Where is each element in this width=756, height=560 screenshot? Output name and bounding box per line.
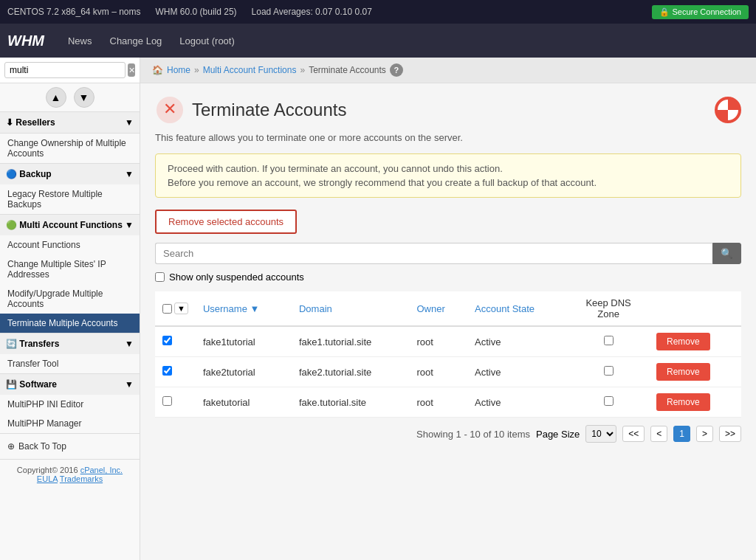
page-size-select[interactable]: 10 25 50 (585, 425, 616, 443)
sidebar-section-ownership: Change Ownership of Multiple Accounts (0, 134, 140, 164)
row-username: faketutorial (196, 387, 292, 418)
th-checkbox: ▼ (155, 291, 196, 326)
row-action-cell: Remove (649, 326, 741, 357)
th-domain: Domain (292, 291, 410, 326)
page-size-label: Page Size (536, 429, 580, 440)
nav-changelog[interactable]: Change Log (101, 25, 171, 57)
sidebar-multi-account-header[interactable]: 🟢 Multi Account Functions ▼ (0, 215, 140, 235)
layout: ✕ ▲ ▼ ⬇ Resellers ▼ Change Ownership of … (0, 58, 756, 560)
pager-page-1[interactable]: 1 (673, 426, 690, 442)
row-dns-checkbox[interactable] (604, 336, 614, 345)
sidebar-item-legacy-restore[interactable]: Legacy Restore Multiple Backups (0, 184, 140, 214)
sidebar-down-arrow[interactable]: ▼ (74, 87, 94, 108)
row-remove-button[interactable]: Remove (656, 393, 710, 411)
row-dns-checkbox[interactable] (604, 396, 614, 406)
sidebar-footer: Copyright© 2016 cPanel, Inc. EULA Tradem… (0, 460, 140, 489)
sidebar-section-software: 💾 Software ▼ MultiPHP INI Editor MultiPH… (0, 374, 140, 434)
th-username[interactable]: Username ▼ (196, 291, 292, 326)
suspended-checkbox[interactable] (155, 272, 165, 282)
server-info: CENTOS 7.2 x86_64 kvm – noms WHM 60.0 (b… (7, 7, 372, 17)
row-checkbox[interactable] (162, 396, 172, 406)
row-checkbox-cell (155, 357, 196, 387)
sidebar-search-bar: ✕ (0, 58, 140, 83)
table-header-row: ▼ Username ▼ Domain Owner Account State … (155, 291, 741, 326)
pager-next[interactable]: > (696, 426, 713, 442)
pager-prev[interactable]: < (650, 426, 667, 442)
select-dropdown-btn[interactable]: ▼ (174, 303, 188, 314)
sidebar-back-to-top[interactable]: ⊕ Back To Top (7, 438, 132, 454)
row-checkbox[interactable] (162, 366, 172, 376)
suspended-check-row: Show only suspended accounts (155, 272, 741, 283)
sidebar-search-input[interactable] (4, 62, 126, 78)
navbar: WHM News Change Log Logout (root) (0, 24, 756, 58)
row-owner: root (409, 387, 467, 418)
sidebar-search-clear[interactable]: ✕ (128, 63, 135, 77)
sidebar-item-change-sites-ip[interactable]: Change Multiple Sites' IP Addresses (0, 255, 140, 284)
row-checkbox-cell (155, 387, 196, 418)
sidebar-transfers-header[interactable]: 🔄 Transfers ▼ (0, 333, 140, 354)
nav-news[interactable]: News (59, 25, 101, 57)
secure-connection-badge: 🔒 Secure Connection (652, 5, 749, 19)
sidebar-item-multiphp-ini[interactable]: MultiPHP INI Editor (0, 395, 140, 414)
pager-first[interactable]: << (622, 426, 645, 442)
sidebar-resellers-header[interactable]: ⬇ Resellers ▼ (0, 112, 140, 133)
row-username: fake1tutorial (196, 326, 292, 357)
accounts-tbody: fake1tutorial fake1.tutorial.site root A… (155, 326, 741, 418)
row-owner: root (409, 357, 467, 387)
row-state: Active (467, 326, 568, 357)
suspended-label: Show only suspended accounts (169, 272, 304, 283)
sidebar-backup-header[interactable]: 🔵 Backup ▼ (0, 164, 140, 184)
whm-version: WHM 60.0 (build 25) (156, 7, 237, 17)
svg-text:✕: ✕ (163, 100, 176, 118)
row-remove-button[interactable]: Remove (656, 333, 710, 350)
row-dns-checkbox[interactable] (604, 366, 614, 376)
sidebar-up-arrow[interactable]: ▲ (46, 87, 66, 108)
footer-cpanel-link[interactable]: cPanel, Inc. (80, 466, 123, 474)
th-owner: Owner (409, 291, 467, 326)
select-all-checkbox[interactable] (162, 304, 172, 314)
sidebar-section-resellers: ⬇ Resellers ▼ (0, 112, 140, 134)
sidebar-item-change-ownership[interactable]: Change Ownership of Multiple Accounts (0, 134, 140, 163)
sidebar-nav-arrows: ▲ ▼ (0, 83, 140, 112)
row-dns-zone (568, 387, 649, 418)
sidebar-section-transfers: 🔄 Transfers ▼ Transfer Tool (0, 333, 140, 374)
accounts-table: ▼ Username ▼ Domain Owner Account State … (155, 291, 741, 418)
footer-eula-link[interactable]: EULA (37, 474, 58, 483)
breadcrumb-help-icon[interactable]: ? (390, 63, 403, 77)
footer-trademarks-link[interactable]: Trademarks (60, 474, 103, 483)
sidebar-item-transfer-tool[interactable]: Transfer Tool (0, 354, 140, 373)
pager-last[interactable]: >> (719, 426, 741, 442)
row-remove-button[interactable]: Remove (656, 363, 710, 381)
warning-line1: Proceed with caution. If you terminate a… (168, 163, 729, 174)
page-icon: ✕ (155, 95, 185, 125)
showing-text: Showing 1 - 10 of 10 items (416, 429, 530, 440)
row-dns-zone (568, 326, 649, 357)
breadcrumb: 🏠 Home » Multi Account Functions » Termi… (140, 58, 756, 83)
search-row: 🔍 (155, 243, 741, 264)
accounts-search-input[interactable] (155, 243, 712, 264)
nav-logout[interactable]: Logout (root) (171, 25, 243, 57)
breadcrumb-multi-link[interactable]: Multi Account Functions (203, 65, 297, 75)
sidebar-item-modify-upgrade[interactable]: Modify/Upgrade Multiple Accounts (0, 284, 140, 314)
row-checkbox[interactable] (162, 336, 172, 345)
page-title-row: ✕ Terminate Accounts (155, 95, 741, 125)
row-action-cell: Remove (649, 387, 741, 418)
load-averages: Load Averages: 0.07 0.10 0.07 (252, 7, 372, 17)
accounts-search-button[interactable]: 🔍 (712, 243, 741, 264)
row-domain: fake.tutorial.site (292, 387, 410, 418)
row-domain: fake1.tutorial.site (292, 326, 410, 357)
sidebar-item-terminate-multiple[interactable]: Terminate Multiple Accounts (0, 314, 140, 333)
breadcrumb-home-icon: 🏠 (152, 65, 163, 75)
page-title: Terminate Accounts (192, 100, 346, 120)
breadcrumb-home-link[interactable]: Home (167, 65, 190, 75)
table-footer: Showing 1 - 10 of 10 items Page Size 10 … (155, 425, 741, 443)
remove-selected-accounts-button[interactable]: Remove selected accounts (155, 210, 297, 234)
sidebar-item-account-functions[interactable]: Account Functions (0, 235, 140, 255)
sidebar-item-multiphp-mgr[interactable]: MultiPHP Manager (0, 414, 140, 433)
sidebar-section-multi-account: 🟢 Multi Account Functions ▼ Account Func… (0, 215, 140, 333)
row-state: Active (467, 357, 568, 387)
sidebar-software-header[interactable]: 💾 Software ▼ (0, 374, 140, 395)
main-content: 🏠 Home » Multi Account Functions » Termi… (140, 58, 756, 560)
row-state: Active (467, 387, 568, 418)
sidebar-section-backup: 🔵 Backup ▼ Legacy Restore Multiple Backu… (0, 164, 140, 215)
